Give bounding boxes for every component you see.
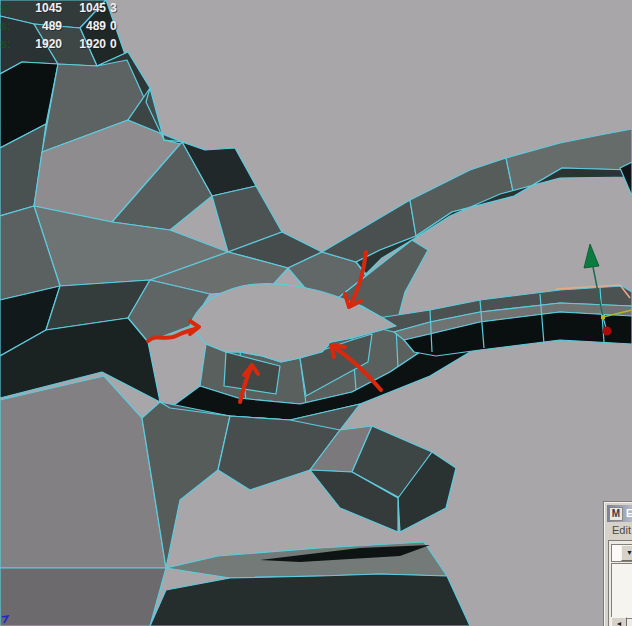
scroll-left-arrow-icon[interactable]: ◄ bbox=[611, 617, 627, 626]
window-title-bar[interactable]: M Ex bbox=[607, 505, 632, 522]
window-list-panel[interactable] bbox=[611, 563, 632, 619]
manipulator-center-point[interactable] bbox=[603, 327, 612, 336]
dropdown-arrow-icon[interactable]: ▼ bbox=[621, 545, 632, 561]
y-axis-arrow-icon[interactable] bbox=[584, 244, 599, 268]
mesh-faces[interactable] bbox=[0, 0, 632, 626]
floating-window[interactable]: M Ex Edit ▼ ◄ bbox=[604, 502, 632, 626]
polygon-mesh-scene[interactable] bbox=[0, 0, 632, 626]
menu-item-edit[interactable]: Edit bbox=[605, 522, 632, 538]
maya-3d-viewport[interactable]: ts: 1045 1045 3 es: 489 489 0 s: 1920 19… bbox=[0, 0, 632, 626]
filter-combobox[interactable]: ▼ bbox=[611, 544, 632, 562]
maya-app-icon: M bbox=[609, 507, 623, 521]
window-title: Ex bbox=[626, 508, 632, 519]
window-content: ▼ ◄ bbox=[608, 540, 632, 626]
manipulator-center-handle[interactable] bbox=[601, 315, 605, 319]
